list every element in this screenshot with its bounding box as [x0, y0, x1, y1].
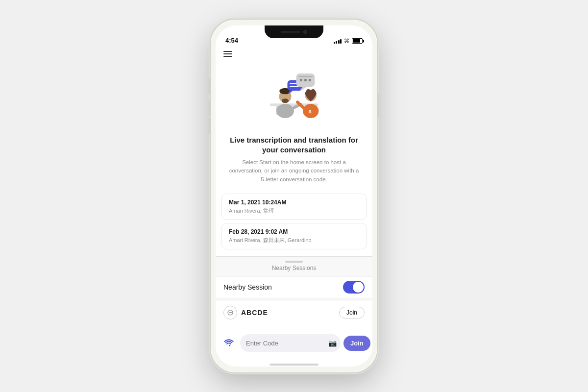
illustration-area: $ — [216, 59, 372, 135]
screen-content: $ — [216, 47, 372, 330]
camera — [303, 30, 307, 34]
speech-icon — [227, 310, 233, 316]
signal-bar-3 — [338, 40, 340, 44]
svg-point-24 — [230, 312, 231, 313]
svg-text:$: $ — [309, 109, 312, 114]
enter-code-input[interactable] — [246, 340, 328, 347]
session-date-2: Feb 28, 2021 9:02 AM — [229, 228, 359, 235]
hamburger-menu-button[interactable] — [223, 51, 232, 57]
signal-bar-4 — [340, 39, 342, 44]
code-left: ABCDE — [223, 306, 268, 319]
phone-device: 4:54 ⌘ — [211, 20, 377, 372]
session-date-1: Mar 1, 2021 10:24AM — [229, 199, 359, 206]
wifi-icon: ⌘ — [344, 38, 349, 44]
session-participants-2: Amari Rivera, 森田未来, Gerardino — [229, 237, 359, 244]
session-code-text: ABCDE — [241, 309, 268, 317]
menu-bar — [216, 47, 372, 59]
nearby-sheet: Nearby Sessions Nearby Session — [216, 256, 372, 324]
nearby-session-toggle[interactable] — [343, 281, 365, 294]
home-indicator — [216, 362, 372, 367]
session-participants-1: Amari Rivera, 常珥 — [229, 207, 359, 215]
svg-point-18 — [300, 79, 302, 81]
status-time: 4:54 — [225, 37, 238, 44]
toggle-knob — [353, 282, 364, 293]
handle-bar — [285, 261, 303, 263]
sheet-handle — [216, 257, 372, 265]
wifi-scan-button[interactable] — [220, 335, 237, 351]
svg-point-20 — [309, 79, 311, 81]
hero-subtitle: Select Start on the home screen to host … — [227, 158, 361, 184]
wifi-scan-icon — [223, 338, 234, 348]
bottom-bar: 📷 Join Start — [216, 330, 372, 362]
hamburger-line-3 — [223, 56, 232, 57]
svg-point-19 — [304, 79, 307, 81]
signal-bar-2 — [336, 41, 337, 44]
battery-fill — [353, 39, 360, 43]
home-bar — [270, 364, 318, 366]
join-button[interactable]: Join — [343, 336, 370, 351]
code-row[interactable]: ABCDE Join — [216, 301, 372, 324]
phone-screen: 4:54 ⌘ — [216, 25, 372, 367]
nearby-session-label: Nearby Session — [223, 283, 272, 291]
svg-point-5 — [282, 98, 289, 103]
hero-title: Live transcription and translation for y… — [227, 135, 361, 154]
svg-point-23 — [229, 312, 230, 313]
join-small-button[interactable]: Join — [339, 307, 365, 318]
nearby-toggle-row: Nearby Session — [216, 276, 372, 299]
battery-icon — [352, 38, 363, 44]
notch — [265, 25, 323, 38]
svg-point-3 — [276, 104, 294, 118]
status-icons: ⌘ — [334, 38, 363, 44]
session-card-2[interactable]: Feb 28, 2021 9:02 AM Amari Rivera, 森田未来,… — [221, 223, 367, 249]
hamburger-line-1 — [223, 51, 232, 52]
signal-bar-1 — [334, 42, 335, 44]
signal-bars — [334, 39, 342, 44]
conversation-illustration: $ — [250, 64, 338, 127]
session-code-icon — [223, 306, 237, 319]
hamburger-line-2 — [223, 53, 232, 54]
nearby-sessions-title: Nearby Sessions — [216, 265, 372, 276]
speaker — [281, 31, 300, 33]
session-card-1[interactable]: Mar 1, 2021 10:24AM Amari Rivera, 常珥 — [221, 194, 367, 220]
hero-section: Live transcription and translation for y… — [216, 135, 372, 190]
code-input-wrap: 📷 — [240, 334, 341, 352]
camera-icon[interactable]: 📷 — [328, 339, 337, 347]
svg-point-25 — [231, 312, 232, 313]
session-list: Mar 1, 2021 10:24AM Amari Rivera, 常珥 Feb… — [216, 190, 372, 256]
